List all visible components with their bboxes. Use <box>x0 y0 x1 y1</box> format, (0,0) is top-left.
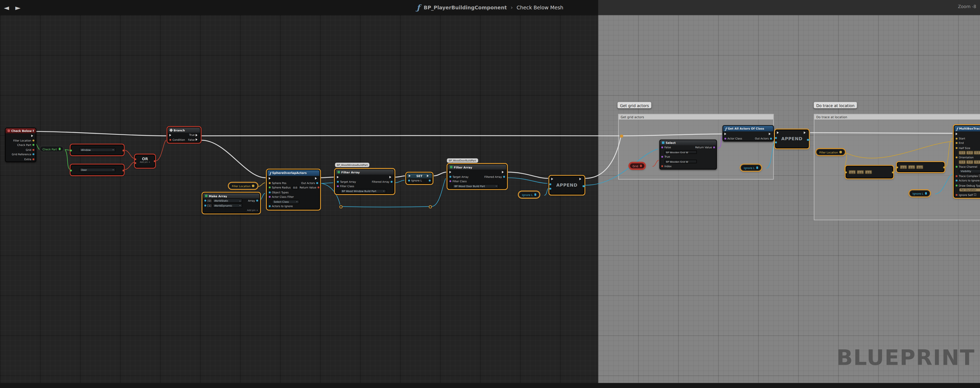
pin-target-array[interactable] <box>449 176 452 177</box>
breadcrumb-root[interactable]: BP_PlayerBuildingComponent <box>424 5 507 10</box>
exec-in-pin[interactable] <box>337 176 340 178</box>
pin-in[interactable] <box>70 149 72 152</box>
enum-dropdown[interactable]: Window <box>79 148 115 152</box>
reroute-node[interactable] <box>620 134 623 137</box>
exec-in-pin[interactable] <box>169 134 172 136</box>
exec-out-pin[interactable] <box>389 176 392 178</box>
pin-item1[interactable] <box>205 204 207 206</box>
radius-field[interactable]: 0.0 <box>292 186 299 190</box>
value-field[interactable]: 0.0 <box>916 165 923 169</box>
pin-out[interactable] <box>640 165 642 167</box>
pin-filter-class[interactable] <box>337 185 339 187</box>
exec-in-pin[interactable] <box>777 131 780 134</box>
pin-in[interactable] <box>896 166 899 168</box>
pin-in-b[interactable] <box>134 162 137 164</box>
pin-extra[interactable] <box>32 158 34 160</box>
node-get-ignore-l[interactable]: Ignore L <box>741 164 761 171</box>
pin-out[interactable] <box>925 192 927 195</box>
pin-out[interactable] <box>122 169 124 171</box>
filter-class-dropdown[interactable]: BP Wood Door Build Part <box>452 184 499 188</box>
pin-actors-to-ignore[interactable] <box>956 180 958 182</box>
pin-half-size[interactable] <box>956 147 958 149</box>
exec-in-pin[interactable] <box>551 178 554 180</box>
false-value-field[interactable]: BP Wooden Grid W <box>665 150 697 154</box>
value-field[interactable]: 0.0 <box>966 160 973 164</box>
pin-filler-location[interactable] <box>32 139 34 141</box>
value-field[interactable]: 0.0 <box>865 170 872 174</box>
pin-out[interactable] <box>252 185 254 187</box>
pin-out-actors[interactable] <box>316 182 318 184</box>
exec-out-pin[interactable] <box>804 131 807 134</box>
node-get-grid[interactable]: Grid <box>630 163 645 169</box>
pin-out[interactable] <box>583 185 585 187</box>
node-append-left[interactable]: APPEND <box>549 176 584 195</box>
pin-return-value[interactable] <box>317 187 320 189</box>
node-append-right[interactable]: APPEND <box>775 129 809 148</box>
node-filter-array-window[interactable]: Filter Array Target Array Filtered Array… <box>335 169 394 194</box>
node-get-check-part[interactable]: Check Part <box>39 146 64 152</box>
node-vector-math-2[interactable]: 0.0 0.0 0.0 <box>897 162 945 172</box>
exec-out-pin[interactable] <box>579 178 582 180</box>
pin-b[interactable] <box>775 142 777 144</box>
pin-out-actors[interactable] <box>770 137 772 139</box>
pin-draw-debug-type[interactable] <box>956 184 958 186</box>
node-set-ignore-l[interactable]: SET Ignore L <box>406 172 432 184</box>
node-make-array[interactable]: Make Array [0] WorldStatic Array [1] Wor… <box>202 193 260 213</box>
pin-start[interactable] <box>956 137 958 139</box>
node-filter-array-door[interactable]: Filter Array Target Array Filtered Array… <box>447 164 507 189</box>
add-pin-button[interactable]: Add pin + <box>136 161 154 164</box>
node-branch[interactable]: Branch True Condition False <box>167 127 200 142</box>
pin-trace-complex[interactable] <box>956 175 958 177</box>
pin-actors-to-ignore[interactable] <box>269 205 271 208</box>
pin-out[interactable] <box>59 148 60 150</box>
node-or[interactable]: OR Add pin + <box>135 155 155 168</box>
add-pin-button[interactable]: Add pin + <box>247 209 258 211</box>
exec-in-pin[interactable] <box>409 175 412 177</box>
pin-filtered-array[interactable] <box>390 180 392 183</box>
value-field[interactable]: 0.0 <box>900 165 907 169</box>
node-get-ignore-l[interactable]: Ignore L <box>519 192 539 198</box>
pin-return-value[interactable] <box>713 147 715 148</box>
pin-b[interactable] <box>549 188 551 190</box>
node-get-ignore-l[interactable]: Ignore L <box>909 190 930 196</box>
comment-header[interactable]: Get grid actors <box>619 115 773 120</box>
comment-title-tab[interactable]: Get grid actors <box>617 102 652 109</box>
pin-out[interactable] <box>122 149 124 152</box>
pin-out[interactable] <box>840 151 842 153</box>
comment-header[interactable]: Do trace at location <box>815 115 980 120</box>
pin-index[interactable] <box>661 165 663 168</box>
reroute-node[interactable] <box>429 205 431 208</box>
value-field[interactable]: 0.0 <box>857 170 864 174</box>
value-field[interactable]: 0.0 <box>959 160 966 164</box>
value-field[interactable]: 0.0 <box>908 165 915 169</box>
pin-sphere-pos[interactable] <box>269 182 271 184</box>
pin-actor-class-filter[interactable] <box>269 196 271 198</box>
node-get-all-actors-of-class[interactable]: ƒ Get All Actors Of Class Actor Class Ou… <box>722 125 774 142</box>
pin-item0[interactable] <box>205 200 207 202</box>
node-select[interactable]: Select False Return Value BP Wooden Grid… <box>659 139 717 169</box>
ignore-self-checkbox[interactable] <box>974 193 976 196</box>
pin-out[interactable] <box>807 139 809 141</box>
pin-a[interactable] <box>549 183 551 185</box>
node-check-below-mesh-entry[interactable]: Check Below Mesh Filler Location Check P… <box>5 128 36 162</box>
pin-end[interactable] <box>956 142 958 144</box>
item0-dropdown[interactable]: WorldStatic <box>212 198 242 203</box>
trace-complex-checkbox[interactable] <box>979 175 980 177</box>
pin-actor-class[interactable] <box>724 137 727 139</box>
pin-out[interactable] <box>534 193 536 196</box>
pin-value-in[interactable] <box>408 180 410 182</box>
pin-value-out[interactable] <box>428 180 431 182</box>
exec-true-pin[interactable] <box>196 134 199 136</box>
exec-out-pin[interactable] <box>769 133 772 135</box>
value-field[interactable]: 0.0 <box>974 160 980 164</box>
node-equal-enum-door[interactable]: Door <box>71 164 124 175</box>
exec-in-pin[interactable] <box>956 133 959 135</box>
pin-grid[interactable] <box>32 149 34 151</box>
pin-object-types[interactable] <box>269 191 271 193</box>
trace-channel-dropdown[interactable]: Visibility <box>959 169 980 174</box>
true-value-field[interactable]: BP Wooden Grid W <box>665 160 697 163</box>
pin-condition[interactable] <box>169 139 171 141</box>
pin-ignore-self[interactable] <box>956 193 958 196</box>
pin-check-part[interactable] <box>32 144 34 146</box>
exec-false-pin[interactable] <box>196 138 199 141</box>
